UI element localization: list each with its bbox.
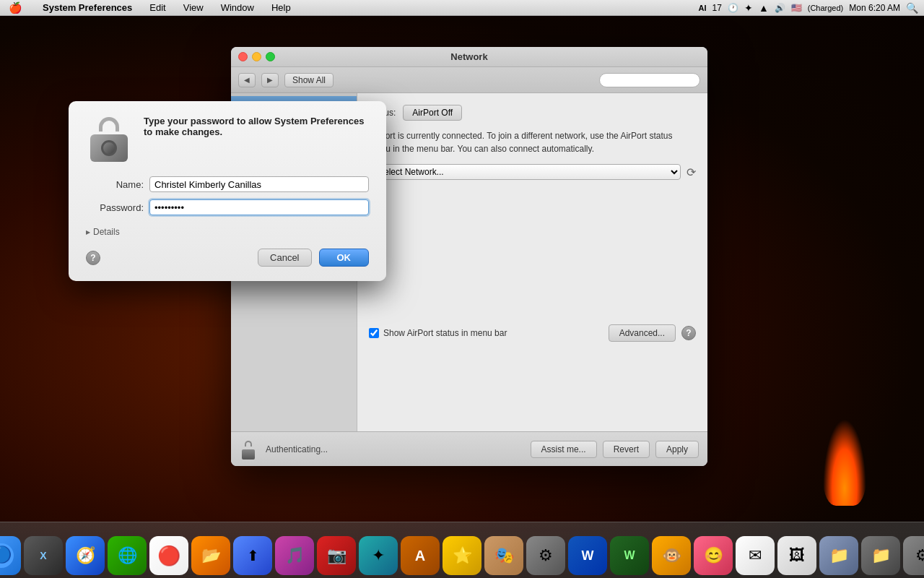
dock-item-folder2[interactable]: 📁 — [861, 536, 900, 575]
forward-button[interactable]: ▶ — [261, 73, 279, 87]
name-field-row: Name: — [86, 176, 369, 192]
dock-item-app1[interactable]: 📂 — [191, 536, 230, 575]
airport-off-button[interactable]: AirPort Off — [403, 105, 462, 121]
dock-item-app7[interactable]: 😊 — [694, 536, 733, 575]
menubar-bluetooth-icon[interactable]: ✦ — [744, 2, 753, 14]
advanced-button[interactable]: Advanced... — [609, 324, 676, 342]
close-button[interactable] — [238, 52, 248, 61]
lock-shackle — [245, 441, 252, 447]
auth-help-button[interactable]: ? — [86, 251, 100, 265]
show-airport-checkbox-row: Show AirPort status in menu bar — [369, 328, 507, 338]
network-dropdown-row: Select Network... ⟳ — [369, 164, 696, 180]
show-all-button[interactable]: Show All — [284, 73, 334, 87]
dock-item-app5[interactable]: ⭐ — [443, 536, 481, 575]
window-toolbar: ◀ ▶ Show All — [231, 67, 707, 93]
menubar-time-machine-icon[interactable]: 🕐 — [728, 3, 738, 13]
dock-item-app4[interactable]: ✦ — [359, 536, 398, 575]
auth-dialog-text: Type your password to allow System Prefe… — [144, 116, 369, 140]
dock-item-monkey[interactable]: 🐵 — [652, 536, 691, 575]
minimize-button[interactable] — [252, 52, 261, 61]
network-dropdown[interactable]: Select Network... — [369, 164, 681, 180]
window-title: Network — [450, 51, 487, 62]
main-help-button[interactable]: ? — [681, 326, 696, 340]
svg-text:🔵: 🔵 — [0, 545, 12, 564]
details-label: Details — [93, 227, 120, 237]
menubar-ai-icon: AI — [699, 4, 707, 12]
dock-item-app6[interactable]: 🎭 — [484, 536, 523, 575]
dock-item-syspref[interactable]: ⚙ — [903, 536, 924, 575]
name-input[interactable] — [149, 176, 369, 192]
lock-icon — [240, 439, 257, 460]
auth-dialog-header: Type your password to allow System Prefe… — [86, 116, 369, 162]
menubar-sound-icon[interactable]: 🔊 — [775, 3, 785, 13]
revert-button[interactable]: Revert — [603, 441, 650, 458]
name-label: Name: — [86, 179, 144, 190]
menu-edit[interactable]: Edit — [147, 2, 168, 13]
main-description: AirPort is currently connected. To join … — [369, 129, 696, 155]
details-triangle-icon: ▶ — [86, 229, 90, 236]
auth-form: Name: Password: — [86, 176, 369, 215]
network-main: Status: AirPort Off AirPort is currently… — [357, 93, 707, 431]
network-bottom-bar: Authenticating... Assist me... Revert Ap… — [231, 431, 707, 466]
menu-help[interactable]: Help — [269, 2, 294, 13]
back-button[interactable]: ◀ — [238, 73, 256, 87]
auth-cancel-button[interactable]: Cancel — [258, 249, 311, 267]
show-airport-label: Show AirPort status in menu bar — [383, 328, 507, 338]
password-field-row: Password: — [86, 199, 369, 215]
dock-item-app3[interactable]: 📷 — [317, 536, 356, 575]
assist-me-button[interactable]: Assist me... — [531, 441, 597, 458]
auth-dialog-buttons: ? Cancel OK — [86, 249, 369, 267]
menu-window[interactable]: Window — [218, 2, 257, 13]
dock-item-safari[interactable]: 🧭 — [66, 536, 105, 575]
show-airport-checkbox[interactable] — [369, 328, 379, 338]
auth-lock-gear — [101, 140, 117, 156]
menubar: 🍎 System Preferences Edit View Window He… — [0, 0, 924, 16]
dock-item-chrome[interactable]: 🔴 — [149, 536, 188, 575]
auth-dialog-title: Type your password to allow System Prefe… — [144, 116, 369, 137]
app-name[interactable]: System Preferences — [40, 2, 135, 13]
dock-item-mail[interactable]: ✉ — [736, 536, 775, 575]
dock-item-app2[interactable]: ⬆ — [233, 536, 272, 575]
window-controls — [238, 52, 275, 61]
menubar-datetime: Mon 6:20 AM — [849, 3, 900, 13]
dock-item-wp[interactable]: W — [610, 536, 649, 575]
auth-ok-button[interactable]: OK — [319, 249, 370, 267]
dock-item-itunes[interactable]: 🎵 — [275, 536, 314, 575]
menubar-wifi-icon[interactable]: ▲ — [759, 2, 769, 14]
dock-item-xcode[interactable]: X — [24, 536, 63, 575]
password-label: Password: — [86, 202, 144, 213]
menubar-flag-icon[interactable]: 🇺🇸 — [791, 3, 802, 13]
auth-details-row[interactable]: ▶ Details — [86, 227, 369, 237]
lock-body — [242, 449, 255, 460]
dock-item-globe[interactable]: 🌐 — [108, 536, 147, 575]
maximize-button[interactable] — [266, 52, 275, 61]
auth-lock-icon — [86, 116, 132, 162]
apply-button[interactable]: Apply — [655, 441, 699, 458]
dock-item-word[interactable]: W — [568, 536, 607, 575]
password-input[interactable] — [149, 199, 369, 215]
menubar-ai-count: 17 — [712, 3, 722, 13]
auth-lock-shackle — [99, 117, 119, 131]
menubar-search-icon[interactable]: 🔍 — [906, 2, 918, 14]
auth-lock-body — [90, 134, 128, 162]
dock-item-photos[interactable]: 🖼 — [777, 536, 816, 575]
authenticating-text: Authenticating... — [266, 444, 328, 454]
auth-dialog: Type your password to allow System Prefe… — [69, 101, 386, 281]
dock-item-book[interactable]: A — [401, 536, 440, 575]
dock-item-gear[interactable]: ⚙ — [526, 536, 565, 575]
dock-item-folder1[interactable]: 📁 — [819, 536, 858, 575]
window-titlebar: Network — [231, 47, 707, 67]
toolbar-search-input[interactable] — [599, 73, 700, 87]
menu-view[interactable]: View — [180, 2, 206, 13]
apple-menu[interactable]: 🍎 — [6, 1, 25, 14]
dropdown-refresh-icon[interactable]: ⟳ — [687, 165, 696, 179]
menubar-battery[interactable]: (Charged) — [808, 4, 844, 12]
dock-item-finder[interactable]: 🔵 — [0, 536, 21, 575]
dock: 🔵 X 🧭 🌐 🔴 📂 ⬆ 🎵 📷 ✦ A ⭐ 🎭 ⚙ W W 🐵 😊 ✉ 🖼 … — [0, 522, 924, 578]
